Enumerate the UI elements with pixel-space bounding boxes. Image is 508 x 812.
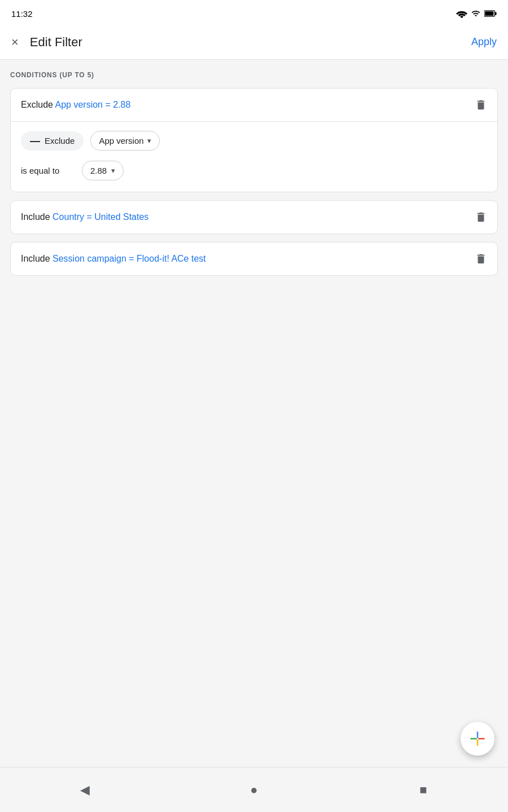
bottom-nav: ◀ ● ■ (0, 767, 508, 812)
minus-icon: — (30, 136, 40, 146)
signal-icon (471, 9, 481, 18)
page-title: Edit Filter (30, 35, 82, 50)
google-plus-icon (469, 730, 486, 747)
back-button[interactable]: ◀ (71, 776, 99, 804)
filter-2-highlight: Country = United States (52, 212, 148, 222)
home-button[interactable]: ● (240, 776, 268, 804)
close-button[interactable]: × (11, 36, 19, 48)
filter-2-type: Include (21, 212, 52, 222)
filter-3-summary: Include Session campaign = Flood-it! ACe… (21, 254, 206, 264)
filter-row-3: Include Session campaign = Flood-it! ACe… (11, 242, 497, 275)
filter-3-highlight: Session campaign = Flood-it! ACe test (52, 254, 206, 263)
trash-icon (475, 99, 487, 111)
apply-button[interactable]: Apply (471, 36, 497, 48)
condition-label: is equal to (21, 166, 72, 175)
filter-row-1: Exclude App version = 2.88 (11, 89, 497, 121)
exclude-toggle[interactable]: — Exclude (21, 131, 84, 151)
value-dropdown[interactable]: 2.88 ▾ (82, 161, 124, 180)
home-icon: ● (250, 783, 257, 797)
filter-1-highlight: App version = 2.88 (55, 100, 130, 109)
recents-icon: ■ (419, 783, 427, 797)
filter-card-3: Include Session campaign = Flood-it! ACe… (10, 242, 498, 276)
status-icons (456, 9, 497, 18)
value-label: 2.88 (90, 166, 107, 175)
filter-card-1: Exclude App version = 2.88 — Exclude App… (10, 88, 498, 192)
conditions-section-label: CONDITIONS (UP TO 5) (10, 71, 498, 79)
wifi-icon (456, 9, 467, 18)
main-content: CONDITIONS (UP TO 5) Exclude App version… (0, 60, 508, 767)
filter-1-summary: Exclude App version = 2.88 (21, 100, 130, 110)
svg-rect-2 (485, 11, 493, 16)
add-filter-fab[interactable] (461, 722, 494, 756)
svg-rect-4 (478, 738, 484, 740)
svg-rect-5 (477, 739, 479, 745)
condition-row: is equal to 2.88 ▾ (21, 161, 487, 180)
trash-icon (475, 211, 487, 223)
back-icon: ◀ (80, 783, 90, 797)
filter-2-delete-button[interactable] (475, 211, 487, 223)
filter-2-summary: Include Country = United States (21, 212, 148, 222)
chevron-down-icon: ▾ (147, 136, 151, 145)
header: × Edit Filter Apply (0, 25, 508, 60)
svg-rect-1 (495, 12, 497, 15)
status-bar: 11:32 (0, 0, 508, 25)
filter-1-expanded: — Exclude App version ▾ is equal to 2.88… (11, 121, 497, 192)
filter-1-delete-button[interactable] (475, 99, 487, 111)
trash-icon (475, 253, 487, 265)
filter-3-type: Include (21, 254, 52, 263)
battery-icon (484, 10, 497, 17)
filter-card-2: Include Country = United States (10, 200, 498, 234)
status-time: 11:32 (11, 9, 33, 19)
svg-rect-6 (471, 738, 477, 740)
chevron-down-icon-2: ▾ (111, 166, 115, 175)
filter-1-controls: — Exclude App version ▾ (21, 131, 487, 151)
exclude-label: Exclude (45, 136, 75, 145)
header-left: × Edit Filter (11, 35, 82, 50)
attribute-dropdown[interactable]: App version ▾ (90, 131, 159, 151)
filter-3-delete-button[interactable] (475, 253, 487, 265)
svg-rect-3 (477, 732, 479, 738)
attribute-label: App version (99, 136, 143, 145)
filter-row-2: Include Country = United States (11, 201, 497, 233)
recents-button[interactable]: ■ (409, 776, 437, 804)
filter-1-type: Exclude (21, 100, 55, 109)
